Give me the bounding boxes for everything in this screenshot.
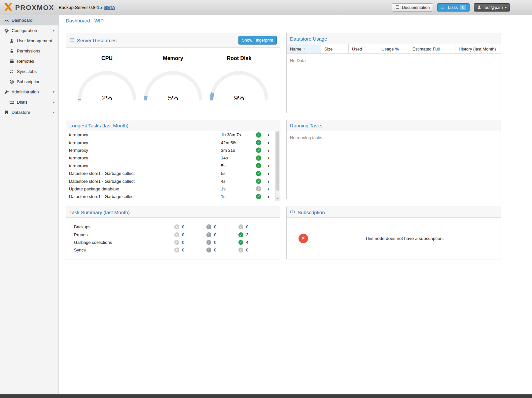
summary-row-prunes[interactable]: Prunes ×0 !0 ✓3 (66, 231, 280, 238)
sidebar-item-label: Administration (12, 89, 39, 94)
gauge-label: Root Disk (207, 55, 271, 61)
chevron-down-icon: ▾ (505, 6, 507, 9)
task-row[interactable]: Datastore store1 - Garbage collect 4s ✓ … (66, 177, 275, 185)
page-title: Dashboard - WIP (59, 15, 532, 23)
caret-down-icon[interactable]: ▾ (53, 111, 54, 114)
column-header-estimated-full[interactable]: Estimated Full (409, 44, 455, 53)
chevron-right-icon[interactable]: › (267, 179, 275, 184)
scrollbar-down-button[interactable]: ▼ (276, 196, 280, 201)
gauge-label: Memory (141, 55, 205, 61)
task-duration: 42m 58s (221, 140, 256, 145)
column-header-usage-pct[interactable]: Usage % (378, 44, 409, 53)
ok-count: 4 (246, 240, 248, 245)
server-resources-icon (69, 38, 74, 43)
sidebar-item-subscription[interactable]: Subscription (0, 77, 58, 87)
show-fingerprint-button[interactable]: Show Fingerprint (238, 36, 277, 45)
sidebar-item-datastore[interactable]: Datastore ▾ (0, 107, 58, 117)
scrollbar[interactable]: ▼ (275, 131, 280, 201)
sidebar-item-sync-jobs[interactable]: Sync Jobs (0, 66, 58, 77)
task-duration: 1s (221, 186, 256, 191)
sidebar-item-label: Disks (17, 100, 27, 105)
sidebar-item-label: Dashboard (12, 18, 33, 23)
book-icon (395, 5, 400, 10)
column-header-history[interactable]: History (last Month) (455, 44, 501, 53)
warning-circle-icon: ! (206, 232, 211, 237)
tachometer-icon (4, 18, 9, 23)
user-menu-button[interactable]: root@pam ▾ (474, 3, 510, 12)
user-label: root@pam (483, 5, 503, 10)
task-row[interactable]: termproxy 42m 58s ✓ › (66, 139, 275, 146)
sidebar-item-configuration[interactable]: Configuration ▾ (0, 25, 58, 36)
summary-row-garbage-collections[interactable]: Garbage collections ×0 !0 ✓4 (66, 239, 280, 246)
ok-circle-icon: ✓ (238, 232, 243, 237)
tasks-button[interactable]: Tasks 0 (437, 3, 470, 12)
task-summary-body: Backups ×0 !0 ✓0 Prunes ×0 !0 ✓3 Garbage… (66, 218, 280, 254)
task-row[interactable]: termproxy 3m 21s ✓ › (66, 147, 275, 154)
caret-down-icon[interactable]: ▾ (53, 29, 54, 32)
summary-row-backups[interactable]: Backups ×0 !0 ✓0 (66, 223, 280, 231)
scrollbar-thumb[interactable] (276, 131, 279, 191)
panel-title: Datastore Usage (290, 36, 327, 42)
datastore-usage-header: Datastore Usage (287, 33, 501, 44)
warning-circle-icon: ! (206, 224, 211, 229)
task-status-icon: ✓ (256, 132, 261, 138)
sidebar-item-dashboard[interactable]: Dashboard (0, 15, 58, 25)
sidebar-item-disks[interactable]: Disks ▸ (0, 97, 58, 107)
gauge-value: 5% (141, 94, 205, 102)
gear-icon (4, 28, 9, 33)
sidebar-item-permissions[interactable]: Permissions (0, 46, 58, 56)
summary-row-syncs[interactable]: Syncs ×0 !0 ✓0 (66, 246, 280, 254)
chevron-right-icon[interactable]: › (267, 186, 275, 192)
chevron-right-icon[interactable]: › (267, 194, 275, 199)
beta-link[interactable]: BETA (104, 5, 115, 10)
error-count: 0 (182, 224, 184, 229)
server-stack-icon (9, 59, 14, 63)
task-row[interactable]: termproxy 1h 38m 7s ✓ › (66, 131, 275, 139)
ok-circle-icon: ✓ (238, 240, 243, 245)
summary-label: Backups (66, 224, 174, 229)
caret-down-icon[interactable]: ▾ (53, 90, 54, 94)
chevron-right-icon[interactable]: › (267, 163, 275, 169)
tasks-label: Tasks (447, 5, 458, 10)
documentation-label: Documentation (402, 5, 430, 10)
bottom-bar (0, 394, 532, 398)
sidebar-item-user-management[interactable]: User Management (0, 36, 58, 46)
task-name: termproxy (69, 148, 221, 153)
summary-label: Prunes (66, 232, 174, 237)
task-row[interactable]: Update package database 1s ? › (66, 185, 275, 193)
chevron-right-icon[interactable]: › (267, 140, 275, 146)
ok-circle-icon: ✓ (238, 248, 243, 252)
sidebar-item-label: Subscription (17, 79, 41, 84)
column-header-name[interactable]: Name ↑ (287, 44, 321, 53)
datastore-empty-text: No Data (287, 54, 501, 67)
sidebar-item-label: Sync Jobs (17, 69, 37, 74)
task-duration: 14s (221, 155, 256, 160)
task-list-icon (441, 5, 445, 10)
warning-count: 0 (214, 240, 216, 245)
sidebar: Dashboard Configuration ▾ User Managemen… (0, 15, 59, 394)
column-header-size[interactable]: Size (321, 44, 349, 53)
chevron-right-icon[interactable]: › (267, 155, 275, 161)
task-row[interactable]: termproxy 14s ✓ › (66, 154, 275, 162)
sidebar-item-administration[interactable]: Administration ▾ (0, 87, 58, 97)
column-header-used[interactable]: Used (349, 44, 378, 53)
chevron-right-icon[interactable]: › (267, 148, 275, 153)
chevron-right-icon[interactable]: › (267, 132, 275, 138)
documentation-button[interactable]: Documentation (392, 3, 433, 12)
life-ring-icon (9, 80, 14, 84)
column-label: Size (324, 47, 333, 51)
subscription-panel: Subscription × This node does not have a… (286, 207, 501, 259)
app-header: PROXMOX Backup Server 0.8-15 BETA Docume… (0, 0, 532, 15)
user-icon (477, 5, 481, 10)
task-row[interactable]: Datastore store1 - Garbage collect 5s ✓ … (66, 170, 275, 177)
caret-right-icon[interactable]: ▸ (53, 100, 54, 104)
task-status-icon: ✓ (256, 179, 261, 184)
task-row[interactable]: Datastore store1 - Garbage collect 1s ✓ … (66, 193, 275, 200)
task-duration: 5s (221, 163, 256, 168)
task-row[interactable]: termproxy 5s ✓ › (66, 162, 275, 170)
chevron-right-icon[interactable]: › (267, 171, 275, 176)
task-status-icon: ✓ (256, 148, 261, 153)
header-actions: Documentation Tasks 0 root@pam ▾ (392, 3, 528, 12)
sidebar-item-remotes[interactable]: Remotes (0, 56, 58, 66)
ok-count: 3 (246, 232, 248, 237)
